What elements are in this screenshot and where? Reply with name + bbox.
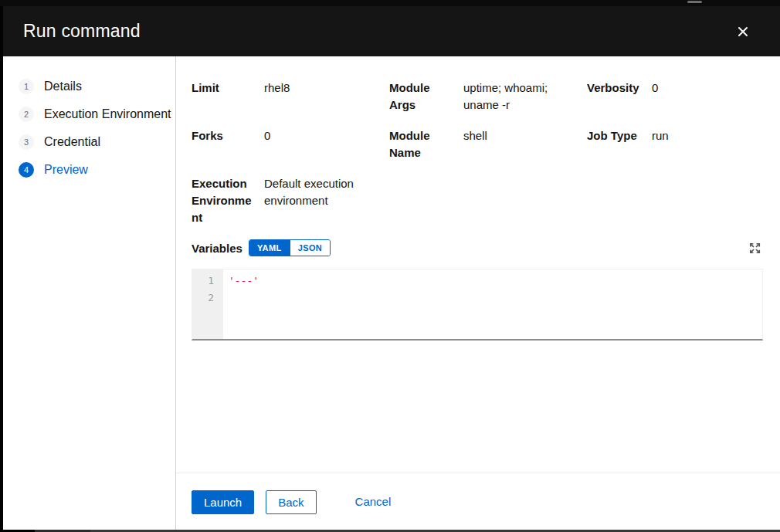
json-toggle-button[interactable]: JSON — [290, 240, 331, 256]
screen: Run command 1 Details 2 Execution Enviro… — [0, 0, 780, 532]
forks-term: Forks — [192, 127, 264, 161]
step-number-badge: 3 — [19, 134, 34, 150]
run-command-modal: Run command 1 Details 2 Execution Enviro… — [3, 6, 780, 530]
preview-step-content: Limit rhel8 Module Args uptime; whoami; … — [176, 56, 780, 530]
wizard-nav: 1 Details 2 Execution Environment 3 Cred… — [3, 56, 176, 530]
modal-footer: Launch Back Cancel — [176, 473, 780, 530]
background-page-top-edge — [0, 0, 780, 6]
variables-format-toggle: YAML JSON — [249, 239, 331, 256]
module-args-value: uptime; whoami; uname -r — [463, 80, 587, 114]
job-type-value: run — [652, 127, 763, 161]
module-name-term: Module Name — [389, 127, 463, 161]
variables-label: Variables — [192, 242, 242, 255]
limit-value: rhel8 — [264, 80, 389, 114]
job-type-term: Job Type — [587, 127, 652, 161]
step-number-badge: 1 — [19, 79, 34, 94]
background-page-element — [687, 1, 702, 3]
step-number-badge: 4 — [19, 162, 34, 178]
execution-environment-term: Execution Environment — [192, 175, 264, 226]
close-button[interactable] — [734, 22, 752, 41]
wizard-step-credential[interactable]: 3 Credential — [19, 134, 175, 150]
yaml-toggle-button[interactable]: YAML — [249, 240, 290, 256]
verbosity-term: Verbosity — [587, 80, 652, 114]
close-icon — [737, 25, 749, 38]
preview-description-list: Limit rhel8 Module Args uptime; whoami; … — [192, 80, 763, 226]
module-args-term: Module Args — [389, 80, 463, 114]
module-name-value: shell — [463, 127, 587, 161]
variables-row: Variables YAML JSON — [192, 239, 763, 257]
wizard-step-execution-environment[interactable]: 2 Execution Environment — [19, 107, 175, 122]
cancel-button[interactable]: Cancel — [349, 490, 398, 513]
expand-arrows-icon — [748, 242, 761, 255]
step-label: Preview — [44, 163, 88, 177]
editor-line-numbers: 1 2 — [192, 269, 223, 339]
step-number-badge: 2 — [19, 107, 34, 122]
step-label: Credential — [44, 135, 100, 149]
execution-environment-value: Default execution environment — [264, 175, 389, 226]
limit-term: Limit — [192, 80, 264, 114]
line-number: 1 — [192, 273, 214, 290]
modal-header: Run command — [3, 6, 780, 56]
verbosity-value: 0 — [652, 80, 763, 114]
step-label: Execution Environment — [44, 107, 171, 121]
expand-editor-button[interactable] — [747, 240, 763, 256]
modal-body: 1 Details 2 Execution Environment 3 Cred… — [3, 56, 780, 530]
variables-code-editor: 1 2 '---' — [192, 269, 763, 341]
launch-button[interactable]: Launch — [192, 490, 254, 514]
wizard-step-details[interactable]: 1 Details — [19, 79, 175, 94]
line-number: 2 — [192, 290, 214, 307]
modal-title: Run command — [23, 21, 141, 42]
step-label: Details — [44, 80, 82, 93]
back-button[interactable]: Back — [266, 490, 316, 514]
forks-value: 0 — [264, 127, 389, 161]
editor-code-area[interactable]: '---' — [223, 269, 762, 339]
wizard-step-preview[interactable]: 4 Preview — [19, 162, 175, 178]
